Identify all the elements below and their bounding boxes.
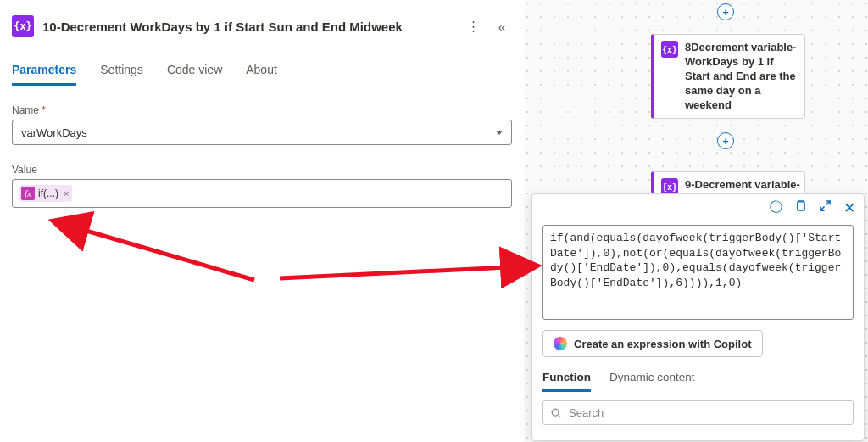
panel-tabs: Parameters Settings Code view About	[12, 63, 512, 86]
name-label: Name *	[12, 104, 512, 116]
close-icon[interactable]: ✕	[843, 199, 855, 217]
tab-codeview[interactable]: Code view	[167, 63, 222, 86]
tab-about[interactable]: About	[246, 63, 277, 86]
copilot-button[interactable]: Create an expression with Copilot	[542, 330, 763, 357]
variable-icon: {x}	[661, 41, 678, 58]
collapse-panel-button[interactable]: «	[492, 16, 512, 36]
search-input[interactable]: Search	[542, 400, 854, 425]
tab-function[interactable]: Function	[542, 371, 591, 392]
expression-token[interactable]: fx if(...) ×	[19, 185, 72, 202]
expand-icon[interactable]	[819, 199, 832, 217]
name-select[interactable]: varWorkDays	[12, 120, 512, 145]
value-label: Value	[12, 164, 512, 176]
svg-point-1	[552, 409, 559, 416]
info-icon[interactable]: ⓘ	[770, 199, 782, 217]
variable-icon: {x}	[12, 15, 34, 37]
clipboard-icon[interactable]	[794, 199, 807, 217]
popup-toolbar: ⓘ ✕	[770, 199, 855, 217]
tab-dynamic-content[interactable]: Dynamic content	[609, 371, 695, 392]
add-step-button[interactable]: +	[717, 132, 734, 149]
copilot-icon	[554, 337, 567, 350]
more-menu-button[interactable]: ⋮	[463, 16, 483, 36]
flow-card-8[interactable]: {x} 8Decrement variable-WorkDays by 1 if…	[651, 34, 805, 119]
panel-header: {x} 10-Decrement WorkDays by 1 if Start …	[12, 8, 512, 44]
card-title: 8Decrement variable-WorkDays by 1 if Sta…	[685, 41, 798, 112]
flow-card-9[interactable]: {x} 9-Decrement variable-	[651, 171, 805, 193]
tab-settings[interactable]: Settings	[100, 63, 143, 86]
fx-icon: fx	[21, 187, 35, 200]
expression-editor-popup: ⓘ ✕ if(and(equals(dayofweek(triggerBody(…	[531, 193, 865, 441]
variable-icon: {x}	[661, 178, 678, 193]
card-title: 9-Decrement variable-	[685, 178, 800, 187]
expression-textarea[interactable]: if(and(equals(dayofweek(triggerBody()['S…	[542, 225, 854, 320]
config-panel: {x} 10-Decrement WorkDays by 1 if Start …	[0, 0, 524, 442]
search-placeholder: Search	[569, 406, 604, 419]
token-remove[interactable]: ×	[64, 188, 69, 199]
add-step-button[interactable]: +	[717, 3, 734, 20]
token-text: if(...)	[38, 187, 58, 199]
expression-tabs: Function Dynamic content	[542, 371, 854, 392]
action-title: 10-Decrement WorkDays by 1 if Start Sun …	[42, 20, 454, 34]
value-input[interactable]: fx if(...) ×	[12, 179, 512, 208]
search-icon	[550, 407, 562, 419]
tab-parameters[interactable]: Parameters	[12, 63, 76, 86]
svg-rect-0	[798, 202, 804, 210]
